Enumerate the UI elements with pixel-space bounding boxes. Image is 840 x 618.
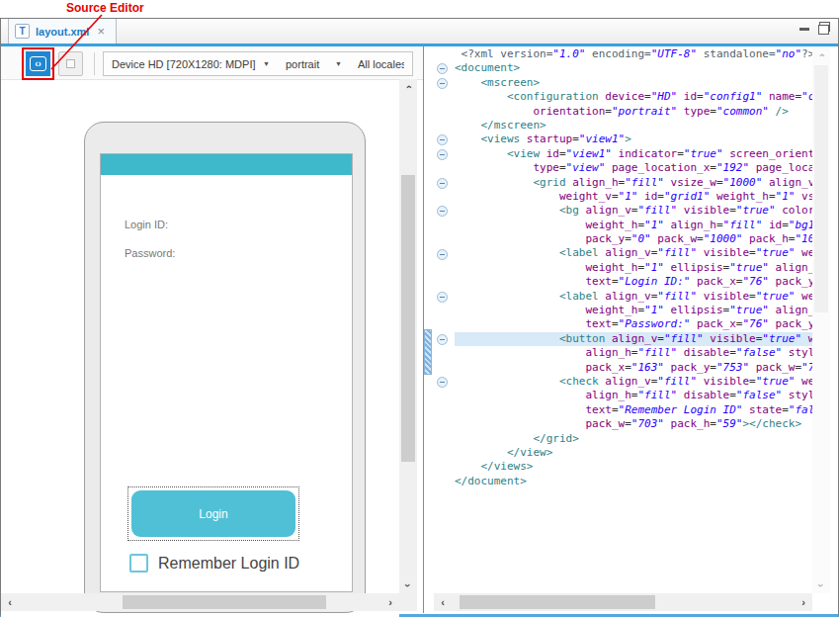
- code-line[interactable]: <configuration device="HD" id="config1" …: [455, 90, 812, 104]
- fold-collapse-icon[interactable]: [437, 149, 448, 160]
- scroll-up-icon[interactable]: ›: [400, 78, 416, 96]
- locales-dropdown[interactable]: All locales: [350, 51, 413, 76]
- code-line[interactable]: align_h="fill" disable="false" styl: [455, 346, 812, 360]
- design-editor-button[interactable]: [58, 51, 83, 76]
- fold-collapse-icon[interactable]: [437, 292, 448, 303]
- fold-collapse-icon[interactable]: [437, 63, 448, 74]
- chevron-down-icon: ▼: [335, 60, 342, 67]
- checkbox[interactable]: [129, 554, 148, 573]
- scroll-right-icon[interactable]: ›: [795, 594, 812, 610]
- source-editor-button[interactable]: ‹›: [26, 51, 50, 76]
- code-line[interactable]: <view id="view1" indicator="true" screen…: [455, 147, 812, 161]
- fold-collapse-icon[interactable]: [437, 78, 448, 89]
- locales-dropdown-value: All locales: [358, 58, 404, 70]
- code-area[interactable]: <?xml version="1.0" encoding="UTF-8" sta…: [424, 46, 812, 593]
- xml-file-icon: T: [15, 24, 30, 39]
- fold-collapse-icon[interactable]: [437, 334, 448, 345]
- selected-element-range-indicator: [424, 329, 432, 375]
- login-button[interactable]: Login: [131, 490, 295, 537]
- code-line[interactable]: pack_w="703" pack_h="59"></check>: [455, 417, 812, 431]
- tab-layout-xml[interactable]: T layout.xml ×: [8, 19, 117, 44]
- design-preview-pane: ‹› Device HD [720X1280: MDPI] ▼ portrait…: [1, 46, 423, 613]
- code-line[interactable]: </mscreen>: [455, 119, 812, 132]
- device-frame: Login ID: Password: Login Remember Login…: [84, 122, 366, 613]
- code-line[interactable]: <document>: [455, 61, 812, 75]
- code-line[interactable]: text="Login ID:" pack_x="76" pack_y: [455, 275, 812, 289]
- orientation-dropdown[interactable]: portrait ▼: [278, 51, 351, 76]
- preview-horizontal-scrollbar[interactable]: ‹ ›: [1, 593, 399, 611]
- code-line[interactable]: weight_h="1" align_h="fill" id="bg1: [455, 219, 812, 232]
- scroll-up-icon[interactable]: ›: [813, 46, 829, 64]
- toolbar-separator: [94, 52, 95, 75]
- scroll-down-icon[interactable]: ›: [813, 576, 829, 594]
- code-line[interactable]: orientation="portrait" type="common" />: [455, 105, 812, 119]
- scrollbar-thumb[interactable]: [814, 65, 828, 312]
- device-dropdown-value: Device HD [720X1280: MDPI]: [112, 58, 257, 70]
- orientation-dropdown-value: portrait: [286, 58, 329, 70]
- code-line[interactable]: weight_h="1" ellipsis="true" align_: [455, 261, 812, 275]
- fold-gutter: [434, 47, 454, 593]
- fold-collapse-icon[interactable]: [437, 134, 448, 145]
- scroll-down-icon[interactable]: ›: [400, 576, 416, 594]
- login-id-label[interactable]: Login ID:: [125, 219, 168, 230]
- scroll-left-icon[interactable]: ‹: [434, 594, 452, 610]
- code-line[interactable]: <?xml version="1.0" encoding="UTF-8" sta…: [455, 47, 812, 61]
- code-line[interactable]: align_h="fill" disable="false" styl: [455, 389, 812, 402]
- scroll-right-icon[interactable]: ›: [381, 594, 399, 610]
- remember-checkbox-row[interactable]: Remember Login ID: [129, 554, 299, 573]
- editor-tab-bar: T layout.xml ×: [1, 19, 838, 44]
- code-line[interactable]: <grid align_h="fill" vsize_w="1000" alig…: [455, 176, 812, 190]
- preview-vertical-scrollbar[interactable]: › ›: [399, 79, 417, 593]
- scrollbar-thumb[interactable]: [460, 595, 655, 609]
- screenshot-stage: Source Editor T layout.xml ×: [0, 0, 840, 618]
- password-label[interactable]: Password:: [125, 247, 175, 259]
- code-line[interactable]: </view>: [455, 446, 812, 460]
- minimize-icon[interactable]: [799, 23, 810, 35]
- code-line[interactable]: <views startup="view1">: [455, 132, 812, 146]
- code-line[interactable]: </document>: [455, 475, 812, 488]
- code-vertical-scrollbar[interactable]: › ›: [812, 47, 830, 593]
- code-line[interactable]: weight_v="1" id="grid1" weight_h="1" vs: [455, 190, 812, 204]
- preview-canvas[interactable]: Login ID: Password: Login Remember Login…: [1, 81, 399, 618]
- scrollbar-thumb[interactable]: [123, 595, 326, 609]
- xml-source-code[interactable]: <?xml version="1.0" encoding="UTF-8" sta…: [455, 47, 812, 593]
- code-brackets-icon: ‹›: [30, 56, 46, 71]
- screen-header-bar: [101, 154, 352, 175]
- fold-collapse-icon[interactable]: [437, 178, 448, 189]
- code-line[interactable]: <mscreen>: [455, 76, 812, 90]
- code-line[interactable]: <bg align_v="fill" visible="true" color: [455, 204, 812, 218]
- fold-collapse-icon[interactable]: [437, 206, 448, 217]
- code-line[interactable]: text="Remember Login ID" state="fal: [455, 403, 812, 417]
- tab-close-icon[interactable]: ×: [97, 25, 105, 38]
- code-line[interactable]: pack_x="163" pack_y="753" pack_w="7: [455, 361, 812, 375]
- tab-title: layout.xml: [36, 26, 89, 38]
- chevron-down-icon: ▼: [263, 60, 270, 67]
- source-editor-pane: <?xml version="1.0" encoding="UTF-8" sta…: [424, 46, 838, 613]
- fold-collapse-icon[interactable]: [437, 249, 448, 260]
- code-line[interactable]: type="view" page_location_x="192" page_l…: [455, 161, 812, 175]
- code-line[interactable]: <check align_v="fill" visible="true" we: [455, 375, 812, 389]
- code-line[interactable]: text="Password:" pack_x="76" pack_y: [455, 317, 812, 331]
- restore-icon[interactable]: [818, 22, 830, 35]
- scrollbar-corner: [399, 593, 417, 611]
- fold-collapse-icon[interactable]: [437, 377, 448, 388]
- code-line[interactable]: pack_y="0" pack_w="1000" pack_h="10: [455, 232, 812, 246]
- code-line[interactable]: <button align_v="fill" visible="true" w: [455, 332, 812, 346]
- device-screen: Login ID: Password: Login Remember Login…: [100, 153, 353, 592]
- code-line[interactable]: </views>: [455, 460, 812, 474]
- checkbox-label: Remember Login ID: [158, 555, 299, 573]
- code-line[interactable]: </grid>: [455, 432, 812, 446]
- selection-outline: Login: [127, 486, 299, 541]
- design-editor-icon: [66, 59, 75, 68]
- device-dropdown[interactable]: Device HD [720X1280: MDPI] ▼: [103, 51, 279, 76]
- code-line[interactable]: weight_h="1" ellipsis="true" align_: [455, 304, 812, 317]
- code-line[interactable]: <label align_v="fill" visible="true" we: [455, 290, 812, 304]
- preview-toolbar: ‹› Device HD [720X1280: MDPI] ▼ portrait…: [1, 46, 423, 80]
- scroll-left-icon[interactable]: ‹: [1, 594, 19, 610]
- code-horizontal-scrollbar[interactable]: ‹ ›: [434, 593, 812, 611]
- app-window: T layout.xml × ‹›: [0, 18, 839, 617]
- code-line[interactable]: <label align_v="fill" visible="true" we: [455, 246, 812, 260]
- annotation-source-editor-label: Source Editor: [66, 1, 144, 15]
- scrollbar-thumb[interactable]: [401, 175, 415, 462]
